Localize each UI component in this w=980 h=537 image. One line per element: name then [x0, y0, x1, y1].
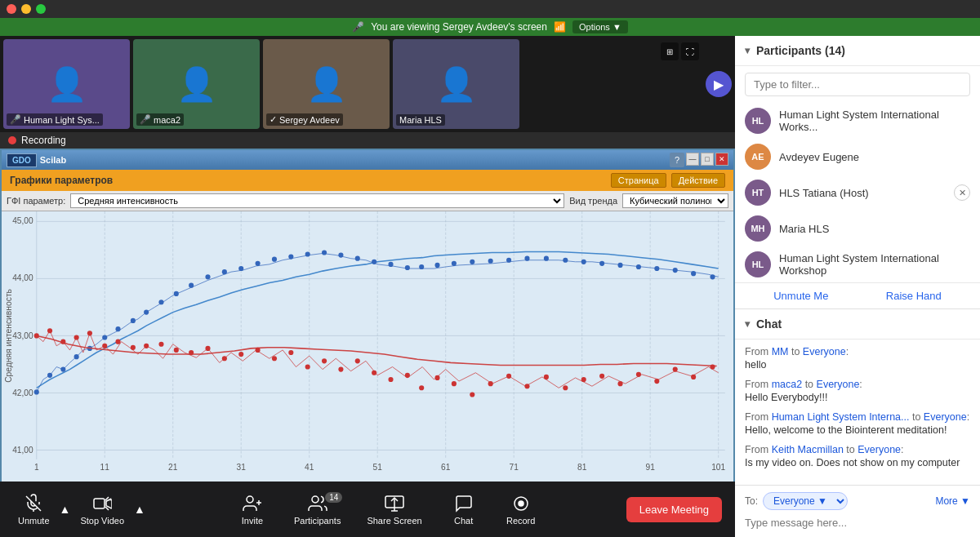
avatar-0: HL — [745, 108, 771, 134]
screen-share-text: You are viewing Sergey Avdeev's screen — [371, 21, 547, 33]
svg-point-67 — [563, 258, 568, 263]
scilab-help-button[interactable]: ? — [670, 153, 684, 167]
svg-text:81: 81 — [577, 463, 587, 472]
chat-chevron-icon[interactable]: ▾ — [745, 318, 750, 330]
unmute-button[interactable]: Unmute — [13, 490, 55, 529]
fullscreen-icon[interactable]: ⛶ — [681, 42, 699, 60]
svg-point-84 — [144, 344, 149, 348]
participant-item-4[interactable]: HL Human Light System International Work… — [735, 246, 980, 282]
thumbnail-label-1: 🎤 maca2 — [136, 113, 184, 126]
svg-point-44 — [174, 291, 179, 296]
participants-button[interactable]: Participants 14 — [289, 490, 345, 529]
svg-point-113 — [636, 372, 641, 377]
trend-select[interactable]: Кубический полином — [622, 193, 728, 208]
svg-point-86 — [174, 348, 179, 353]
participants-chevron-icon[interactable]: ▾ — [745, 45, 750, 56]
record-label: Record — [506, 516, 535, 526]
thumbnail-label-3: Maria HLS — [396, 114, 445, 126]
stop-video-button[interactable]: Stop Video — [75, 490, 129, 529]
recording-dot — [8, 136, 16, 144]
svg-point-65 — [524, 256, 529, 261]
toolbar-center: Invite Participants 14 — [232, 490, 541, 529]
signal-icon: 📶 — [554, 21, 566, 33]
svg-text:41,00: 41,00 — [12, 446, 33, 455]
thumbnail-0[interactable]: 👤 🎤 Human Light Sys... — [3, 39, 130, 129]
thumbnail-2[interactable]: 👤 ✓ Sergey Avdeev — [263, 39, 390, 129]
checkmark-icon: ✓ — [270, 114, 277, 125]
svg-point-39 — [102, 335, 107, 340]
scilab-close-button[interactable]: ✕ — [715, 153, 728, 166]
participant-action-btn-2[interactable]: ✕ — [954, 184, 970, 201]
chat-title: Chat — [756, 317, 782, 331]
unmute-chevron[interactable]: ▲ — [58, 503, 73, 516]
svg-point-57 — [388, 262, 393, 267]
svg-point-74 — [691, 271, 696, 276]
participants-badge: 14 — [325, 492, 342, 503]
thumbnail-3[interactable]: 👤 Maria HLS — [393, 39, 519, 129]
svg-point-73 — [673, 268, 678, 273]
chart-svg: 45,00 44,00 43,00 42,00 41,00 — [2, 211, 733, 482]
avatar-ae: AE — [745, 144, 771, 170]
svg-point-85 — [158, 342, 163, 347]
chat-button[interactable]: Chat — [443, 490, 484, 529]
svg-point-48 — [238, 266, 243, 271]
unmute-me-button[interactable]: Unmute Me — [773, 290, 828, 302]
scilab-minimize-button[interactable]: — — [686, 153, 699, 166]
participant-name-0: Human Light System International Works..… — [779, 109, 970, 133]
stop-video-label: Stop Video — [80, 516, 124, 526]
chat-more-button[interactable]: More ▼ — [935, 495, 970, 507]
raise-hand-button[interactable]: Raise Hand — [886, 290, 942, 302]
trend-label: Вид тренда — [569, 196, 617, 206]
invite-button[interactable]: Invite — [232, 490, 273, 529]
svg-point-96 — [338, 367, 343, 372]
toolbar-right: Leave Meeting — [626, 497, 722, 522]
participant-item-0[interactable]: HL Human Light System International Work… — [735, 103, 980, 139]
leave-meeting-button[interactable]: Leave Meeting — [626, 497, 722, 522]
param-select[interactable]: Средняя интенсивность — [70, 193, 564, 208]
svg-point-92 — [272, 356, 277, 361]
svg-point-105 — [488, 381, 493, 386]
grid-view-icon[interactable]: ⊞ — [661, 42, 679, 60]
maximize-button[interactable] — [36, 4, 46, 14]
invite-label: Invite — [242, 516, 263, 526]
main-area: 👤 🎤 Human Light Sys... 👤 🎤 maca2 👤 ✓ Ser… — [0, 36, 980, 537]
svg-point-88 — [205, 346, 210, 351]
thumbnail-1[interactable]: 👤 🎤 maca2 — [133, 39, 260, 129]
participant-name-2: HLS Tatiana (Host) — [779, 187, 946, 199]
chat-label: Chat — [454, 516, 473, 526]
chat-footer: To: Everyone ▼ More ▼ — [735, 485, 980, 537]
svg-point-61 — [452, 261, 457, 266]
avatar-hl2: HL — [745, 251, 771, 277]
svg-text:1: 1 — [34, 463, 39, 472]
scilab-logo-box: GDO — [7, 153, 37, 167]
svg-point-81 — [102, 344, 107, 348]
scilab-restore-button[interactable]: □ — [701, 153, 714, 166]
participant-item-3[interactable]: MH Maria HLS — [735, 211, 980, 246]
chat-to-select[interactable]: Everyone ▼ — [763, 492, 848, 510]
participants-filter-input[interactable] — [745, 73, 970, 96]
participant-item-1[interactable]: AE Avdeyev Eugene — [735, 139, 980, 175]
stop-video-chevron[interactable]: ▲ — [132, 503, 147, 516]
scilab-action-button[interactable]: Действие — [671, 173, 725, 188]
title-bar — [0, 0, 980, 18]
record-button[interactable]: Record — [501, 490, 541, 529]
svg-point-34 — [34, 389, 39, 394]
scilab-page-button[interactable]: Страница — [611, 173, 666, 188]
unmute-label: Unmute — [18, 516, 50, 526]
scilab-titlebar: GDO Scilab ? — □ ✕ — [2, 150, 733, 170]
svg-point-36 — [60, 367, 65, 372]
svg-point-53 — [322, 250, 327, 255]
thumbnail-label-2: ✓ Sergey Avdeev — [266, 113, 343, 126]
options-button[interactable]: Options ▼ — [572, 20, 628, 33]
svg-point-117 — [710, 364, 715, 369]
share-screen-label: Share Screen — [367, 516, 421, 526]
thumbnail-nav-next[interactable]: ▶ — [706, 71, 732, 97]
chat-messages: From MM to Everyone: hello From maca2 to… — [735, 340, 980, 485]
participant-item-2[interactable]: HT HLS Tatiana (Host) ✕ — [735, 175, 980, 211]
minimize-button[interactable] — [21, 4, 31, 14]
participant-name-3: Maria HLS — [779, 223, 970, 235]
share-screen-button[interactable]: Share Screen — [362, 490, 426, 529]
chat-input[interactable] — [745, 515, 970, 530]
close-button[interactable] — [7, 4, 16, 14]
svg-point-42 — [144, 310, 149, 315]
